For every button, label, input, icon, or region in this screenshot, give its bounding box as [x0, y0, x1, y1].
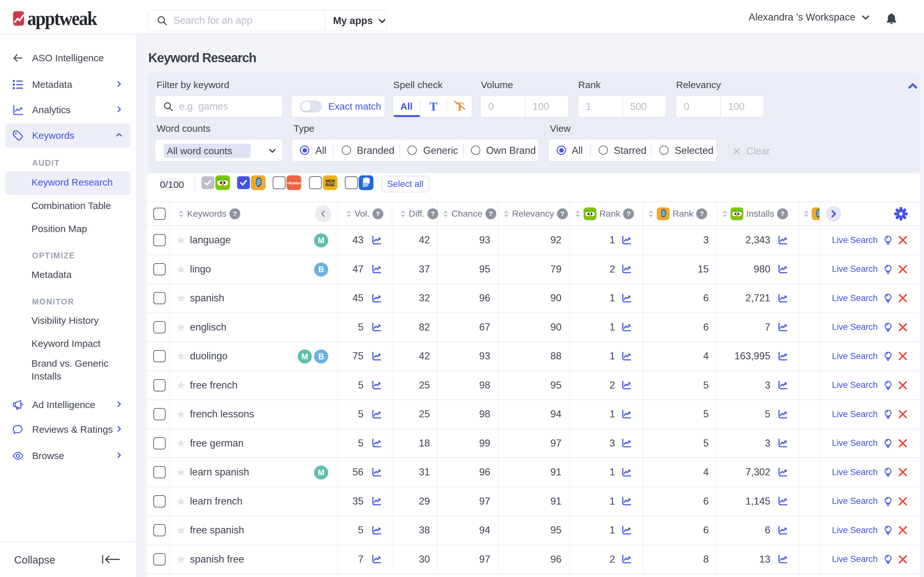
svg-text:RiSE: RiSE — [325, 183, 334, 187]
svg-text:+Babbel: +Babbel — [287, 181, 301, 185]
